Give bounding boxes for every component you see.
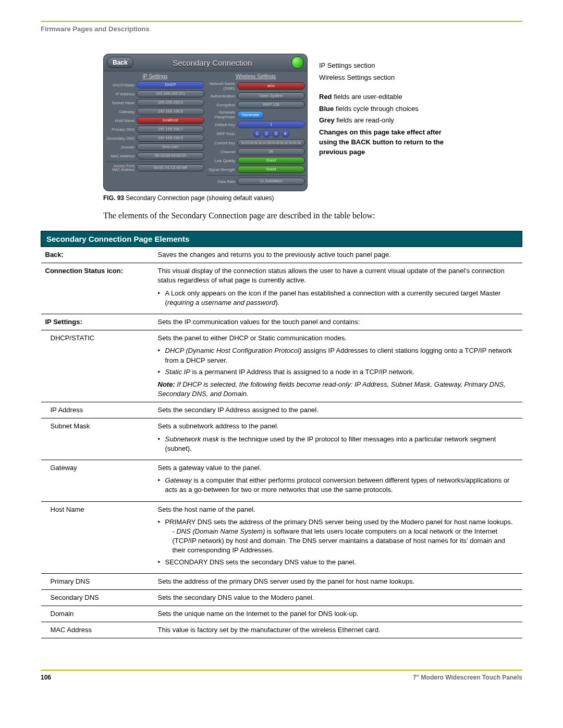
lbl-subnet: Subnet Mask (41, 418, 154, 460)
lbl-dhcp: DHCP/Static (106, 83, 134, 88)
lbl-hn: Host Name (106, 118, 134, 123)
intro-text: The elements of the Secondary Connection… (103, 211, 522, 220)
lbl-ipaddress: IP Address (41, 402, 154, 418)
desc-ipaddress: Sets the secondary IP Address assigned t… (154, 402, 522, 418)
touchpanel-screenshot: Back Secondary Connection IP Settings DH… (103, 54, 308, 191)
lbl-sm: Subnet Mask (106, 101, 134, 105)
desc-back: Saves the changes and returns you to the… (154, 247, 522, 263)
lbl-dkey: Default Key (206, 122, 235, 127)
page-number: 106 (41, 674, 51, 681)
desc-dhcpstatic: Sets the panel to either DHCP or Static … (154, 330, 522, 402)
lbl-csi: Connection Status icon: (41, 263, 154, 314)
field-sdns: 192.168.168.9 (137, 134, 204, 142)
desc-subnet: Sets a subnetwork address to the panel. … (154, 418, 522, 460)
lbl-lq: Link Quality (206, 158, 235, 163)
callout-ip: IP Settings section (319, 61, 455, 71)
desc-ipsettings: Sets the IP communication values for the… (154, 314, 522, 330)
desc-macaddress: This value is factory set by the manufac… (154, 622, 522, 638)
lbl-domain: Domain (41, 606, 154, 622)
elements-table: Secondary Connection Page Elements Back:… (41, 231, 522, 638)
field-dkey[interactable]: 1 (237, 121, 305, 128)
lbl-primarydns: Primary DNS (41, 573, 154, 589)
ip-settings-header: IP Settings (106, 73, 204, 79)
lbl-gateway: Gateway (41, 460, 154, 502)
field-hn[interactable]: localhost (137, 117, 204, 124)
field-ip: 192.168.168.221 (137, 90, 204, 97)
lbl-back: Back: (41, 247, 154, 263)
lbl-pdns: Primary DNS (106, 127, 134, 132)
lbl-enc: Encryption (206, 103, 235, 107)
field-sm: 255.255.255.0 (137, 99, 204, 106)
lbl-curk: Current Key (206, 141, 235, 145)
lbl-secondarydns: Secondary DNS (41, 589, 154, 606)
field-ssid[interactable]: amx (237, 82, 305, 90)
top-rule (41, 21, 522, 22)
panel-title: Secondary Connection (133, 58, 291, 67)
lbl-ssid: Network Name (SSID) (206, 81, 235, 91)
desc-secondarydns: Sets the secondary DNS value to the Mode… (154, 589, 522, 606)
field-dr: 11.5343Mb/s (237, 178, 305, 185)
field-ap: 00:0C:41:13:4D:9B (137, 164, 204, 171)
lbl-ipsettings: IP Settings: (41, 314, 154, 330)
lbl-hostname: Host Name (41, 501, 154, 573)
field-curk: 3e:22:3e:4e:3e:3e:38:b9:c8:3e:60:3e:5b:3… (237, 139, 305, 146)
field-gw: 192.168.168.8 (137, 108, 204, 115)
callouts: IP Settings section Wireless Settings se… (319, 54, 455, 159)
lbl-ss: Signal Strength (206, 167, 235, 172)
field-auth: Open System (237, 92, 305, 100)
field-dhcp[interactable]: DHCP (137, 81, 204, 89)
doc-title: 7" Modero Widescreen Touch Panels (413, 674, 522, 681)
lbl-gen: Generate Passphrase (206, 110, 235, 119)
desc-domain: Sets the unique name on the Internet to … (154, 606, 522, 622)
lbl-chan: Channel (206, 150, 235, 154)
table-head: Secondary Connection Page Elements (41, 231, 522, 247)
field-ss: Good (237, 166, 305, 173)
desc-primarydns: Sets the address of the primary DNS serv… (154, 573, 522, 589)
ip-settings-column: IP Settings DHCP/StaticDHCP IP Address19… (106, 73, 204, 187)
change-note: Changes on this page take effect after u… (319, 128, 455, 157)
lbl-ip: IP Address (106, 92, 134, 96)
lbl-mac: MAC Address (106, 154, 134, 158)
desc-hostname: Sets the host name of the panel. PRIMARY… (154, 501, 522, 573)
document-page: Firmware Pages and Descriptions Back Sec… (0, 0, 563, 697)
field-chan: 06 (237, 148, 305, 155)
figure-caption: FIG. 93 Secondary Connection page (showi… (103, 194, 522, 202)
lbl-dr: Data Rate (206, 179, 235, 184)
field-legend: Red fields are user-editable Blue fields… (319, 92, 455, 126)
field-pdns: 192.168.168.7 (137, 126, 204, 133)
lbl-gw: Gateway (106, 109, 134, 114)
connection-status-icon (291, 56, 304, 69)
page-footer: 106 7" Modero Widescreen Touch Panels (41, 670, 522, 681)
lbl-auth: Authentication (206, 94, 235, 98)
desc-gateway: Sets a gateway value to the panel. Gatew… (154, 460, 522, 502)
lbl-dom: Domain (106, 145, 134, 150)
lbl-sdns: Secondary DNS (106, 136, 134, 141)
field-lq: Good (237, 157, 305, 164)
desc-csi: This visual display of the connection st… (154, 263, 522, 314)
lbl-macaddress: MAC Address (41, 622, 154, 638)
lbl-ap: Access Point MAC Address (106, 164, 134, 171)
generate-button[interactable]: Generate (237, 111, 264, 119)
back-button[interactable]: Back (107, 57, 133, 68)
section-header: Firmware Pages and Descriptions (41, 25, 522, 33)
callout-wireless: Wireless Settings section (319, 73, 455, 83)
wireless-settings-column: Wireless Settings Network Name (SSID)amx… (206, 73, 305, 187)
wireless-settings-header: Wireless Settings (206, 73, 305, 79)
lbl-dhcpstatic: DHCP/STATIC (41, 330, 154, 402)
field-mac: 00:10:00:43:00:24 (137, 152, 204, 159)
wep-keys[interactable]: 1234 (237, 130, 305, 138)
figure-area: Back Secondary Connection IP Settings DH… (103, 54, 522, 191)
field-enc: WEP 128 (237, 101, 305, 108)
lbl-wepk: WEP Keys (206, 131, 235, 136)
field-dom: amx.com (137, 143, 204, 151)
